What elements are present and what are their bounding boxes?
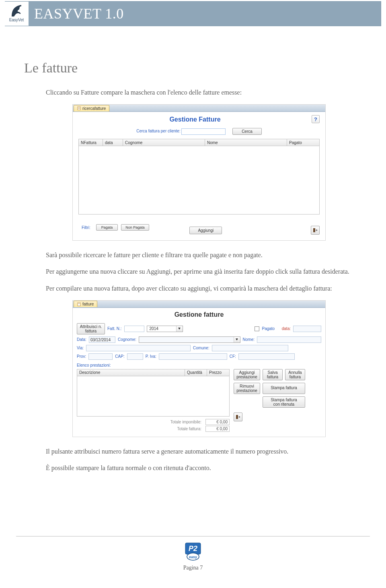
piva-label: P. Iva: xyxy=(146,354,156,359)
annulla-fattura-button[interactable]: Annulla fattura xyxy=(285,369,305,380)
svg-text:P2: P2 xyxy=(189,545,197,553)
section-heading: Le fatture xyxy=(24,60,362,76)
aggiungi-prest-button[interactable]: Aggiungi prestazione xyxy=(234,369,260,380)
via-label: Via: xyxy=(77,346,84,350)
prest-header: Descrizione Quantità Prezzo xyxy=(77,369,230,376)
screenshot-ricerca-fatture: ricercafatture ? Gestione Fatture Cerca … xyxy=(72,104,326,241)
cognome-select[interactable] xyxy=(139,336,240,343)
cap-label: CAP: xyxy=(115,354,124,359)
cerca-button[interactable]: Cerca xyxy=(232,128,262,135)
paragraph: Il pulsante attribuisci numero fattura s… xyxy=(46,447,362,456)
comune-label: Comune: xyxy=(193,346,209,350)
cf-label: CF: xyxy=(230,354,236,359)
horse-head-icon xyxy=(9,3,24,18)
svg-text:easy: easy xyxy=(189,555,197,559)
exit-button[interactable] xyxy=(311,226,320,235)
logo-label: EasyVet xyxy=(9,18,24,22)
via-input[interactable] xyxy=(86,345,191,351)
paragraph: È possibile stampare la fattura normale … xyxy=(46,463,362,472)
app-banner: EasyVet EASYVET 1.0 xyxy=(5,1,381,26)
pagato-checkbox[interactable] xyxy=(255,326,259,331)
paragraph: Sarà possibile ricercare le fatture per … xyxy=(46,250,362,260)
help-button[interactable]: ? xyxy=(312,115,320,123)
data2-label: Data: xyxy=(77,337,86,342)
col-descrizione: Descrizione xyxy=(77,369,185,376)
data-pagato-input[interactable] xyxy=(293,326,321,332)
banner-title: EASYVET 1.0 xyxy=(34,5,124,22)
doc-icon xyxy=(77,302,81,306)
filtri-label: Filtri: xyxy=(82,225,90,230)
doc-icon xyxy=(77,106,81,110)
fatt-n-label: Fatt. N.: xyxy=(107,326,122,331)
table-header: NFattura data Cognome Nome Pagato xyxy=(78,139,320,146)
door-exit-icon xyxy=(312,227,318,233)
col-pagato: Pagato xyxy=(287,139,319,146)
svg-rect-1 xyxy=(78,107,80,108)
page-footer: P2 easy Pagina 7 xyxy=(16,536,370,571)
window-tab[interactable]: fatture xyxy=(74,301,97,307)
col-prezzo: Prezzo xyxy=(207,369,229,376)
cognome-label: Cognome: xyxy=(118,337,136,342)
svg-rect-2 xyxy=(78,108,80,109)
prov-input[interactable] xyxy=(88,353,113,360)
salva-fattura-button[interactable]: Salva fattura xyxy=(263,369,283,380)
data-input[interactable]: 03/12/2014 xyxy=(89,336,115,343)
year-value: 2014 xyxy=(147,326,161,331)
prov-label: Prov: xyxy=(77,354,86,359)
tot-imp-label: Totale imponibile: xyxy=(170,420,201,424)
p2easy-logo: P2 easy xyxy=(183,542,203,561)
data-label: data: xyxy=(282,326,291,331)
table-body[interactable] xyxy=(78,146,320,215)
question-icon: ? xyxy=(314,116,317,122)
pagata-button[interactable]: Pagata xyxy=(96,224,118,231)
col-quantita: Quantità xyxy=(185,369,207,376)
mock-title: Gestione fatture xyxy=(77,311,321,318)
col-data: data xyxy=(103,139,123,146)
stampa-ritenuta-button[interactable]: Stampa fattura con ritenuta xyxy=(263,396,305,408)
prest-body[interactable] xyxy=(77,376,230,417)
tab-label: ricercafatture xyxy=(82,106,106,111)
search-label: Cerca fattura per cliente: xyxy=(136,129,181,133)
year-select[interactable]: 2014 xyxy=(147,326,183,332)
screenshot-dettaglio-fattura: fatture Gestione fatture Attribuisci n. … xyxy=(72,300,326,437)
svg-rect-6 xyxy=(236,415,238,419)
svg-rect-3 xyxy=(313,228,315,232)
chevron-down-icon xyxy=(176,326,183,332)
page-number: Pagina 7 xyxy=(16,565,370,571)
col-nome: Nome xyxy=(205,139,287,146)
svg-rect-4 xyxy=(78,303,80,306)
pagato-label: Pagato xyxy=(262,326,275,331)
fatt-n-input[interactable] xyxy=(124,326,144,332)
chevron-down-icon xyxy=(234,337,240,342)
tab-label: fatture xyxy=(82,302,94,306)
nome-input[interactable] xyxy=(257,336,321,343)
easyvet-logo: EasyVet xyxy=(4,2,29,26)
mock-title: Gestione Fatture xyxy=(78,116,320,123)
rimuovi-prest-button[interactable]: Rimuovi prestazione xyxy=(234,383,260,394)
attribuisci-button[interactable]: Attribuisci n. fattura xyxy=(77,323,105,334)
window-tab[interactable]: ricercafatture xyxy=(74,105,109,111)
col-cognome: Cognome xyxy=(123,139,205,146)
paragraph: Cliccando su Fatture compare la maschera… xyxy=(46,88,362,97)
tot-fat-value: € 0,00 xyxy=(205,426,230,432)
paragraph: Per aggiungerne una nuova cliccare su Ag… xyxy=(46,267,362,276)
non-pagata-button[interactable]: Non Pagata xyxy=(121,224,149,231)
tot-imp-value: € 0,00 xyxy=(205,419,230,425)
stampa-fattura-button[interactable]: Stampa fattura xyxy=(263,383,305,394)
comune-input[interactable] xyxy=(212,345,288,351)
piva-input[interactable] xyxy=(159,353,227,360)
tot-fat-label: Totale fattura: xyxy=(177,427,201,431)
search-input[interactable] xyxy=(181,128,226,135)
elenco-label: Elenco prestazioni: xyxy=(77,363,321,367)
nome-label: Nome: xyxy=(243,337,255,342)
door-exit-icon xyxy=(235,414,241,420)
exit-button[interactable] xyxy=(234,413,242,421)
paragraph: Per compilare una nuova fattura, dopo av… xyxy=(46,284,362,293)
cf-input[interactable] xyxy=(238,353,295,360)
svg-rect-5 xyxy=(78,303,80,304)
col-nfattura: NFattura xyxy=(79,139,103,146)
cap-input[interactable] xyxy=(127,353,143,360)
aggiungi-button[interactable]: Aggiungi xyxy=(189,227,222,234)
